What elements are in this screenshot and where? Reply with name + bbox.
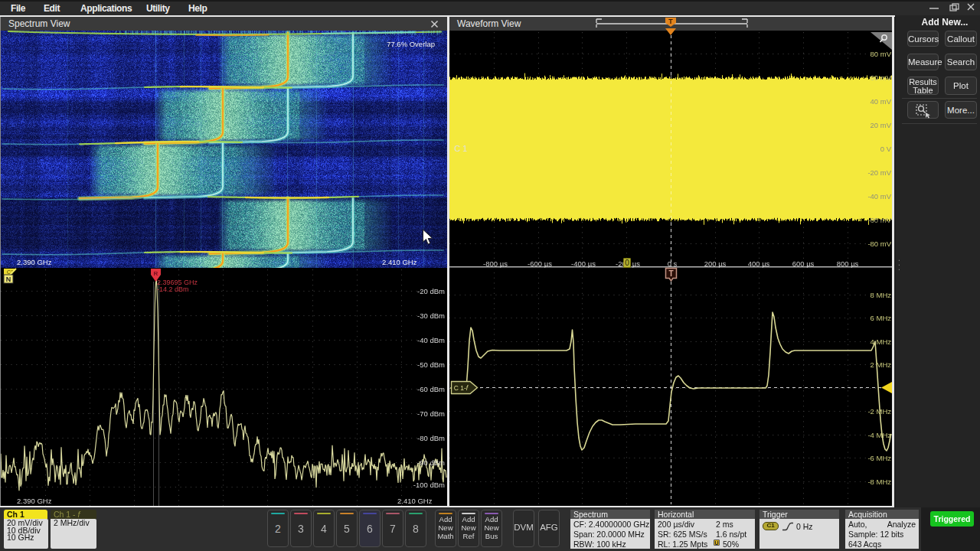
svg-text:N: N bbox=[6, 276, 11, 283]
svg-text:T: T bbox=[668, 269, 673, 278]
svg-text:R: R bbox=[154, 270, 158, 277]
svg-text:C 1-f: C 1-f bbox=[454, 384, 469, 392]
svg-text:T: T bbox=[668, 18, 673, 25]
